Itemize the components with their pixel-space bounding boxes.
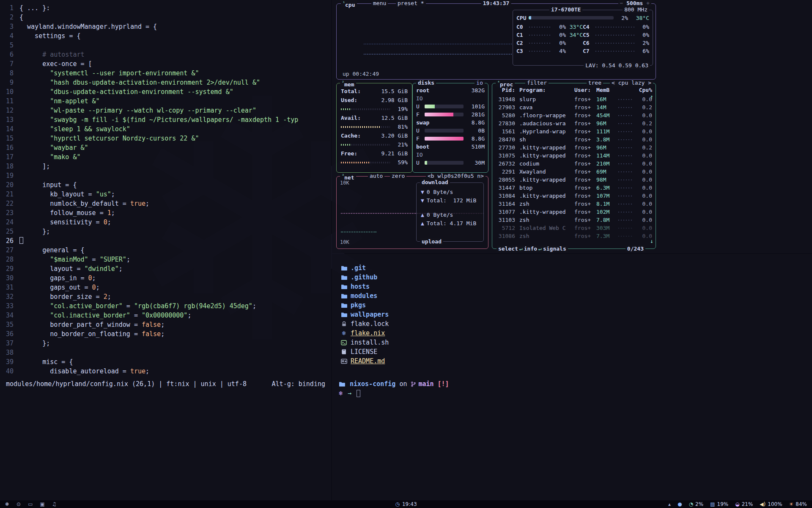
disk-indicator[interactable]: ◒21% (735, 501, 753, 507)
editor-line[interactable]: 15 "hyprctl setcursor Nordzy-cursors 22 … (0, 134, 331, 143)
process-row[interactable]: 2291Xwaylandfros+69M0.0 (496, 168, 652, 176)
editor-line[interactable]: 13 "swaybg -m fill -i $(find ~/Pictures/… (0, 115, 331, 124)
editor-line[interactable]: 2{ (0, 13, 331, 22)
chevron-up-icon[interactable]: ▴ (668, 501, 671, 507)
editor-line[interactable]: 28 "$mainMod" = "SUPER"; (0, 255, 331, 264)
terminal-window[interactable]: .git.githubhostsmodulespkgswallpapersfla… (332, 254, 812, 500)
editor-line[interactable]: 22 numlock_by_default = true; (0, 199, 331, 208)
process-row[interactable]: 5280.floorp-wrappefros+454M0.0 (496, 111, 652, 119)
editor-line[interactable]: 8 "systemctl --user import-environment &… (0, 69, 331, 78)
brightness-indicator[interactable]: ☀84% (789, 501, 807, 507)
process-row[interactable]: 31077.kitty-wrappedfros+102M0.0 (496, 208, 652, 216)
editor-line[interactable]: 26 (0, 236, 331, 246)
net-auto-toggle[interactable]: auto (368, 173, 384, 179)
editor-line[interactable]: 7 exec-once = [ (0, 59, 331, 69)
process-row[interactable]: 31164zshfros+8.1M0.0 (496, 200, 652, 208)
memory-indicator[interactable]: ▤19% (710, 501, 728, 507)
editor-line[interactable]: 17 "mako &" (0, 152, 331, 162)
nix-logo-icon[interactable]: ❄ (5, 501, 9, 507)
menu-button[interactable]: menu (371, 0, 388, 7)
net-box-title[interactable]: ³net (340, 173, 356, 179)
process-row[interactable]: 31948slurpfros+16M0.0 (496, 95, 652, 103)
proc-box-title[interactable]: ⁴proc (496, 80, 515, 86)
bar-clock[interactable]: ◷ 19:43 (395, 501, 417, 507)
record-icon[interactable]: ⊙ (16, 501, 21, 507)
cpu-box-title[interactable]: ¹cpu (341, 0, 357, 7)
editor-line[interactable]: 1{ ... }: (0, 3, 331, 13)
editor-line[interactable]: 12 "wl-paste --primary --watch wl-copy -… (0, 106, 331, 115)
editor-window[interactable]: 1{ ... }:2{3 wayland.windowManager.hyprl… (0, 0, 331, 500)
cpu-history-graph-line (364, 54, 512, 55)
editor-line[interactable]: 21 kb_layout = "us"; (0, 190, 331, 199)
process-row[interactable]: 27903cavafros+14M0.2 (496, 103, 652, 111)
editor-line[interactable]: 31 gaps_out = 0; (0, 283, 331, 292)
editor-line[interactable]: 19 (0, 171, 331, 180)
process-row[interactable]: 5712Isolated Web Cfros+303M0.0 (496, 224, 652, 232)
editor-line[interactable]: 14 "sleep 1 && swaylock" (0, 124, 331, 134)
process-row[interactable]: 1561.Hyprland-wrapfros+111M0.0 (496, 127, 652, 135)
process-row[interactable]: 28470shfros+3.8M0.0 (496, 135, 652, 144)
process-row[interactable]: 31447btopfros+6.3M0.0 (496, 184, 652, 192)
editor-line[interactable]: 6 # autostart (0, 50, 331, 59)
editor-line[interactable]: 4 settings = { (0, 31, 331, 41)
folder-icon (339, 303, 349, 308)
editor-line[interactable]: 40 disable_autoreload = true; (0, 367, 331, 376)
upload-label: upload (420, 238, 443, 245)
proc-filter-button[interactable]: filter (525, 80, 549, 86)
editor-line[interactable]: 36 no_border_on_floating = false; (0, 329, 331, 339)
editor-line[interactable]: 37 }; (0, 339, 331, 348)
editor-line[interactable]: 20 input = { (0, 180, 331, 190)
line-number: 28 (0, 255, 19, 264)
editor-line[interactable]: 25 }; (0, 227, 331, 236)
proc-footer-keys[interactable]: select↵info↵signals (497, 246, 568, 252)
process-row[interactable]: 27730.kitty-wrappedfros+96M0.2 (496, 144, 652, 152)
process-table-header[interactable]: Pid: Program: User: MemB Cpu% (496, 86, 652, 94)
editor-line[interactable]: 35 border_part_of_window = false; (0, 320, 331, 329)
editor-line[interactable]: 9 "hash dbus-update-activation-environme… (0, 78, 331, 87)
terminal-cursor[interactable] (357, 390, 360, 397)
net-zero-toggle[interactable]: zero (390, 173, 406, 179)
chat-icon[interactable]: ▭ (28, 501, 33, 507)
editor-line[interactable]: 27 general = { (0, 246, 331, 255)
editor-line[interactable]: 38 (0, 348, 331, 357)
process-row[interactable]: 31084.kitty-wrappedfros+107M0.0 (496, 192, 652, 200)
editor-buffer[interactable]: 1{ ... }:2{3 wayland.windowManager.hyprl… (0, 0, 331, 376)
proc-tree-toggle[interactable]: tree (587, 80, 603, 86)
cpu-indicator[interactable]: ◔2% (689, 501, 704, 507)
process-row[interactable]: 31103zshfros+7.8M0.0 (496, 216, 652, 224)
editor-line[interactable]: 30 gaps_in = 0; (0, 273, 331, 283)
volume-indicator[interactable]: ◀)100% (760, 501, 782, 507)
memory-box-title[interactable]: ²mem (340, 80, 356, 86)
io-mode-toggle[interactable]: io (475, 80, 485, 86)
memory-meter-row: 81% (340, 122, 409, 131)
editor-line[interactable]: 3 wayland.windowManager.hyprland = { (0, 22, 331, 31)
editor-line[interactable]: 32 border_size = 2; (0, 292, 331, 301)
editor-line[interactable]: 34 "col.inactive_border" = "0x00000000"; (0, 311, 331, 320)
editor-line[interactable]: 5 (0, 41, 331, 50)
process-row[interactable]: 31075.kitty-wrappedfros+114M0.0 (496, 152, 652, 160)
scroll-up-icon[interactable]: ↑ (650, 94, 653, 100)
editor-line[interactable]: 29 layout = "dwindle"; (0, 264, 331, 273)
proc-sort-selector[interactable]: < cpu lazy > (610, 80, 653, 86)
process-row[interactable]: 26732codiumfros+210M0.0 (496, 160, 652, 168)
editor-line[interactable]: 16 "waybar &" (0, 143, 331, 152)
process-row[interactable]: 31086zshfros+7.3M0.0 (496, 232, 652, 240)
editor-line[interactable]: 23 follow_mouse = 1; (0, 208, 331, 218)
process-row[interactable]: 27830.audacious-wrafros+96M0.2 (496, 119, 652, 127)
gallery-icon[interactable]: ▣ (40, 501, 44, 507)
status-dot-icon[interactable]: ● (678, 501, 682, 507)
net-interface-selector[interactable]: <b wlp0s20f0u5 n> (426, 173, 486, 179)
scroll-down-icon[interactable]: ↓ (650, 238, 653, 244)
update-interval-control[interactable]: − 500ms + (618, 0, 651, 7)
editor-line[interactable]: 39 misc = { (0, 357, 331, 367)
editor-line[interactable]: 18 ]; (0, 162, 331, 171)
process-row[interactable]: 28055.kitty-wrappedfros+98M0.0 (496, 176, 652, 184)
btop-window[interactable]: ¹cpu menu preset * 19:43:37 − 500ms + i7… (332, 0, 812, 253)
preset-button[interactable]: preset * (396, 0, 426, 7)
editor-line[interactable]: 11 "nm-applet &" (0, 97, 331, 106)
music-icon[interactable]: ♫ (52, 501, 57, 507)
editor-line[interactable]: 10 "dbus-update-activation-environment -… (0, 87, 331, 97)
editor-line[interactable]: 24 sensitivity = 0; (0, 218, 331, 227)
editor-line[interactable]: 33 "col.active_border" = "rgb(cba6f7) rg… (0, 301, 331, 311)
shell-prompt-input-line[interactable]: ❄ → (339, 389, 812, 398)
